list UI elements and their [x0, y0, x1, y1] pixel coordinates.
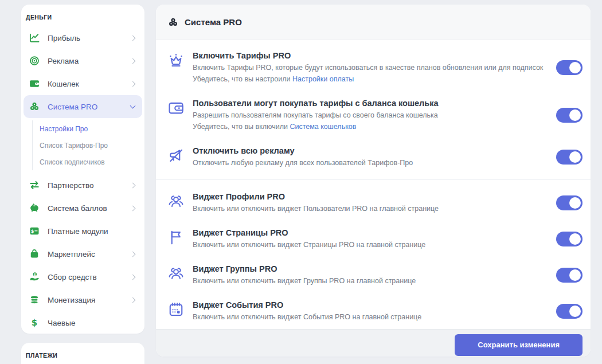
dollar-icon: $: [29, 317, 40, 328]
sidebar-item-label: Платные модули: [48, 227, 108, 236]
sidebar-item-profit[interactable]: Прибыль: [24, 26, 142, 49]
toggle-widget-profiles[interactable]: [556, 195, 583, 210]
pro-system-icon: [167, 17, 179, 28]
sidebar-item-ads[interactable]: Реклама: [24, 49, 142, 72]
exchange-arrows-icon: [29, 179, 40, 191]
sidebar-item-label: Система PRO: [48, 103, 97, 111]
chevron-right-icon: [130, 251, 136, 257]
sidebar-item-label: Монетизация: [48, 296, 95, 304]
toggle-enable-pro-plans[interactable]: [556, 60, 583, 75]
shopping-bag-icon: [29, 248, 40, 260]
piggy-bank-icon: [29, 202, 40, 214]
chart-line-icon: [29, 32, 40, 44]
setting-row-widget-pages: Виджет Страницы PRO Включить или отключи…: [156, 221, 591, 257]
setting-title: Включить Тарифы PRO: [193, 50, 545, 61]
setting-desc: Включить или отключить виджет События PR…: [193, 312, 545, 322]
save-button[interactable]: Сохранить изменения: [455, 334, 583, 356]
setting-title: Пользователи могут покупать тарифы с бал…: [193, 98, 545, 109]
sidebar-item-fundraising[interactable]: $ Сбор средств: [24, 265, 142, 288]
setting-desc: Включить Тарифы PRO, которые будут испол…: [193, 63, 545, 73]
chevron-right-icon: [130, 297, 136, 303]
sidebar-item-tips[interactable]: $ Чаевые: [24, 311, 142, 334]
payment-settings-link[interactable]: Настройки оплаты: [292, 75, 354, 83]
target-icon: [29, 55, 40, 66]
settings-list: Включить Тарифы PRO Включить Тарифы PRO,…: [156, 40, 591, 329]
toggle-widget-groups[interactable]: [556, 268, 583, 283]
pro-system-settings-card: Система PRO Включить Тарифы PRO Включить…: [156, 5, 591, 357]
ads-off-icon: [167, 147, 185, 164]
crown-icon: [167, 52, 185, 69]
coins-stack-icon: [29, 294, 40, 306]
setting-desc: Включить или отключить виджет Страницы P…: [193, 240, 545, 250]
setting-title: Виджет События PRO: [193, 300, 545, 311]
sidebar-item-label: Реклама: [48, 57, 79, 65]
setting-row-disable-ads: Отключить всю рекламу Отключить любую ре…: [156, 139, 591, 175]
toggle-widget-events[interactable]: [556, 304, 583, 319]
toggle-widget-pages[interactable]: [556, 232, 583, 246]
sidebar-subitem-pro-settings[interactable]: Настройки Про: [37, 120, 144, 137]
flag-icon: [167, 229, 185, 246]
card-footer: Сохранить изменения: [156, 329, 591, 357]
setting-title: Отключить всю рекламу: [193, 146, 545, 156]
setting-title: Виджет Профили PRO: [193, 191, 545, 202]
setting-row-widget-groups: Виджет Группы PRO Включить или отключить…: [156, 257, 591, 293]
sidebar-payments-card: ПЛАТЕЖИ: [21, 343, 144, 364]
main-header: Система PRO: [156, 5, 591, 40]
sidebar: ДЕНЬГИ Прибыль Реклама Кошелек: [21, 5, 144, 364]
wallet-outline-icon: [167, 99, 185, 116]
setting-row-widget-profiles: Виджет Профили PRO Включить или отключит…: [156, 185, 591, 221]
setting-row-widget-events: Виджет События PRO Включить или отключит…: [156, 293, 591, 329]
setting-row-enable-pro-plans: Включить Тарифы PRO Включить Тарифы PRO,…: [156, 44, 591, 91]
setting-desc: Разрешить пользователям покупать тарифы …: [193, 111, 545, 120]
sidebar-item-marketplace[interactable]: Маркетплейс: [24, 242, 142, 265]
sidebar-section-payments: ПЛАТЕЖИ: [21, 350, 144, 364]
sidebar-item-points-system[interactable]: Система баллов: [24, 197, 142, 220]
setting-desc: Включить или отключить виджет Пользовате…: [193, 204, 545, 214]
setting-row-buy-with-wallet: Пользователи могут покупать тарифы с бал…: [156, 91, 591, 139]
sidebar-subitem-subscribers-list[interactable]: Список подписчиков: [37, 154, 144, 170]
sidebar-item-label: Сбор средств: [48, 273, 97, 281]
chevron-right-icon: [130, 81, 136, 87]
setting-note: Убедитесь, что вы включили Система кошел…: [193, 122, 545, 132]
sidebar-subitem-pro-plans-list[interactable]: Список Тарифов-Про: [37, 137, 144, 154]
chevron-right-icon: [130, 274, 136, 280]
calendar-icon: [167, 301, 185, 318]
wallet-icon: [29, 78, 40, 89]
sidebar-item-pro-system[interactable]: Система PRO: [24, 95, 142, 118]
sidebar-item-label: Партнерство: [48, 181, 94, 190]
sidebar-item-monetization[interactable]: Монетизация: [24, 288, 142, 311]
svg-text:$: $: [34, 273, 36, 276]
sidebar-section-money: ДЕНЬГИ: [21, 11, 144, 26]
sidebar-item-label: Прибыль: [48, 34, 80, 42]
setting-desc: Включить или отключить виджет Группы PRO…: [193, 276, 545, 286]
sidebar-item-label: Маркетплейс: [48, 250, 95, 259]
sidebar-item-wallet[interactable]: Кошелек: [24, 72, 142, 95]
setting-title: Виджет Страницы PRO: [193, 228, 545, 238]
paid-modules-icon: $=: [29, 225, 40, 237]
toggle-buy-with-wallet[interactable]: [556, 108, 583, 123]
sidebar-item-affiliates[interactable]: Партнерство: [24, 174, 142, 197]
section-divider: [156, 179, 591, 180]
setting-title: Виджет Группы PRO: [193, 264, 545, 275]
wallet-system-link[interactable]: Система кошельков: [290, 123, 356, 131]
users-group-icon: [167, 193, 185, 210]
users-group-icon: [167, 265, 185, 282]
pro-system-sublist: Настройки Про Список Тарифов-Про Список …: [32, 120, 144, 170]
setting-desc: Отключить любую рекламу для всех пользов…: [193, 158, 545, 168]
sidebar-item-paid-modules[interactable]: $= Платные модули: [24, 220, 142, 242]
sidebar-item-label: Чаевые: [48, 319, 75, 327]
toggle-disable-ads[interactable]: [556, 150, 583, 165]
sidebar-money-card: ДЕНЬГИ Прибыль Реклама Кошелек: [21, 5, 144, 334]
svg-text:$: $: [32, 318, 37, 328]
chevron-right-icon: [130, 35, 136, 41]
hand-coin-icon: $: [29, 271, 40, 283]
chevron-down-icon: [130, 103, 136, 108]
pro-system-icon: [29, 101, 40, 112]
sidebar-item-label: Система баллов: [48, 204, 107, 213]
svg-text:$=: $=: [31, 229, 38, 234]
chevron-right-icon: [130, 205, 136, 211]
sidebar-item-label: Кошелек: [48, 80, 79, 88]
chevron-right-icon: [130, 182, 136, 188]
setting-note: Убедитесь, что вы настроили Настройки оп…: [193, 75, 545, 84]
chevron-right-icon: [130, 58, 136, 64]
